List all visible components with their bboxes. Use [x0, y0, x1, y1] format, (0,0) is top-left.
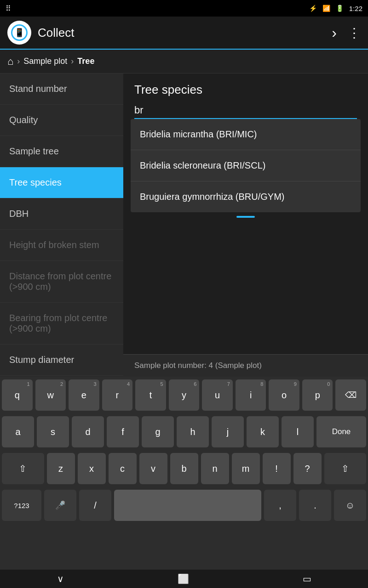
- key-j[interactable]: j: [212, 416, 244, 447]
- dropdown-item-1[interactable]: Bridelia scleroneura (BRI/SCL): [131, 150, 361, 181]
- dropdown-list: Bridelia micrantha (BRI/MIC) Bridelia sc…: [131, 119, 361, 212]
- key-o[interactable]: 9o: [269, 379, 299, 411]
- next-button[interactable]: ›: [332, 24, 337, 41]
- breadcrumb-tree: Tree: [77, 57, 94, 66]
- key-n[interactable]: n: [201, 453, 229, 484]
- logo-inner: 📱: [11, 24, 28, 41]
- breadcrumb: ⌂ › Sample plot › Tree: [0, 50, 368, 74]
- key-exclaim[interactable]: !: [263, 453, 291, 484]
- breadcrumb-sample-plot[interactable]: Sample plot: [23, 57, 67, 66]
- key-m[interactable]: m: [232, 453, 260, 484]
- key-shift-left[interactable]: ⇧: [2, 453, 44, 484]
- sidebar-item-stand-number[interactable]: Stand number: [0, 74, 123, 105]
- keyboard: 1q 2w 3e 4r 5t 6y 7u 8i 9o 0p ⌫ a s d f …: [0, 377, 368, 570]
- bottom-status-text: Sample plot number: 4 (Sample plot): [134, 361, 262, 370]
- breadcrumb-sep-1: ›: [17, 57, 20, 66]
- key-numeric[interactable]: ?123: [2, 490, 41, 521]
- key-done[interactable]: Done: [316, 416, 366, 447]
- sidebar-item-sample-tree[interactable]: Sample tree: [0, 136, 123, 167]
- status-bar: ⠿ ⚡ 📶 🔋 1:22: [0, 0, 368, 17]
- key-backspace[interactable]: ⌫: [335, 379, 366, 411]
- nav-recent-button[interactable]: ▭: [303, 573, 311, 584]
- nav-bar: ∨ ⬜ ▭: [0, 570, 368, 588]
- sidebar-item-distance-plot: Distance from plot centre (>900 cm): [0, 261, 123, 303]
- breadcrumb-sep-2: ›: [71, 57, 74, 66]
- sidebar-item-height-broken-stem: Height of broken stem: [0, 230, 123, 261]
- key-u[interactable]: 7u: [202, 379, 233, 411]
- nav-back-button[interactable]: ∨: [57, 573, 64, 584]
- keyboard-row-3: ⇧ z x c v b n m ! ? ⇧: [0, 450, 368, 487]
- key-h[interactable]: h: [177, 416, 209, 447]
- key-comma[interactable]: ,: [264, 490, 296, 521]
- key-p[interactable]: 0p: [302, 379, 333, 411]
- key-q[interactable]: 1q: [2, 379, 33, 411]
- sidebar-item-stump-diameter[interactable]: Stump diameter: [0, 345, 123, 376]
- bluetooth-icon: ⚡: [309, 5, 317, 12]
- sidebar-item-tree-species[interactable]: Tree species: [0, 167, 123, 198]
- key-slash[interactable]: /: [79, 490, 111, 521]
- bottom-status: Sample plot number: 4 (Sample plot): [123, 354, 368, 377]
- key-question[interactable]: ?: [293, 453, 322, 484]
- battery-icon: 🔋: [336, 5, 344, 12]
- key-r[interactable]: 4r: [102, 379, 133, 411]
- key-b[interactable]: b: [170, 453, 198, 484]
- key-i[interactable]: 8i: [236, 379, 266, 411]
- app-bar-actions: › ⋮: [332, 24, 361, 41]
- key-shift-right[interactable]: ⇧: [324, 453, 367, 484]
- key-v[interactable]: v: [139, 453, 167, 484]
- key-t[interactable]: 5t: [135, 379, 166, 411]
- scroll-dot: [236, 216, 255, 218]
- app-title: Collect: [38, 26, 332, 40]
- key-d[interactable]: d: [72, 416, 104, 447]
- sidebar-item-bearing-plot: Bearing from plot centre (>900 cm): [0, 303, 123, 345]
- logo-icon: 📱: [14, 28, 24, 38]
- wifi-icon: 📶: [322, 5, 330, 12]
- key-mic[interactable]: 🎤: [44, 490, 76, 521]
- key-w[interactable]: 2w: [35, 379, 66, 411]
- key-s[interactable]: s: [37, 416, 69, 447]
- keyboard-row-4: ?123 🎤 / , . ☺: [0, 487, 368, 524]
- app-logo: 📱: [7, 21, 31, 45]
- key-y[interactable]: 6y: [169, 379, 200, 411]
- time-display: 1:22: [349, 5, 362, 12]
- dropdown-item-0[interactable]: Bridelia micrantha (BRI/MIC): [131, 119, 361, 150]
- dropdown-item-2[interactable]: Bruguiera gymnorrhiza (BRU/GYM): [131, 181, 361, 212]
- key-period[interactable]: .: [299, 490, 331, 521]
- key-g[interactable]: g: [142, 416, 174, 447]
- search-input[interactable]: [134, 104, 357, 116]
- content-title: Tree species: [123, 74, 368, 104]
- sidebar-item-dbh[interactable]: DBH: [0, 198, 123, 230]
- keyboard-row-1: 1q 2w 3e 4r 5t 6y 7u 8i 9o 0p ⌫: [0, 377, 368, 413]
- key-e[interactable]: 3e: [69, 379, 99, 411]
- key-z[interactable]: z: [47, 453, 75, 484]
- grid-icon: ⠿: [6, 4, 11, 13]
- search-container: [134, 104, 357, 119]
- nav-home-button[interactable]: ⬜: [178, 573, 189, 584]
- keyboard-row-2: a s d f g h j k l Done: [0, 413, 368, 450]
- app-bar: 📱 Collect › ⋮: [0, 17, 368, 50]
- key-emoji[interactable]: ☺: [334, 490, 366, 521]
- key-space[interactable]: [114, 490, 261, 521]
- home-icon[interactable]: ⌂: [7, 56, 13, 68]
- sidebar-item-quality[interactable]: Quality: [0, 105, 123, 136]
- scroll-indicator: [123, 212, 368, 221]
- key-x[interactable]: x: [78, 453, 106, 484]
- key-f[interactable]: f: [107, 416, 139, 447]
- key-a[interactable]: a: [2, 416, 34, 447]
- menu-button[interactable]: ⋮: [348, 25, 361, 40]
- key-l[interactable]: l: [282, 416, 314, 447]
- key-k[interactable]: k: [247, 416, 279, 447]
- key-c[interactable]: c: [109, 453, 137, 484]
